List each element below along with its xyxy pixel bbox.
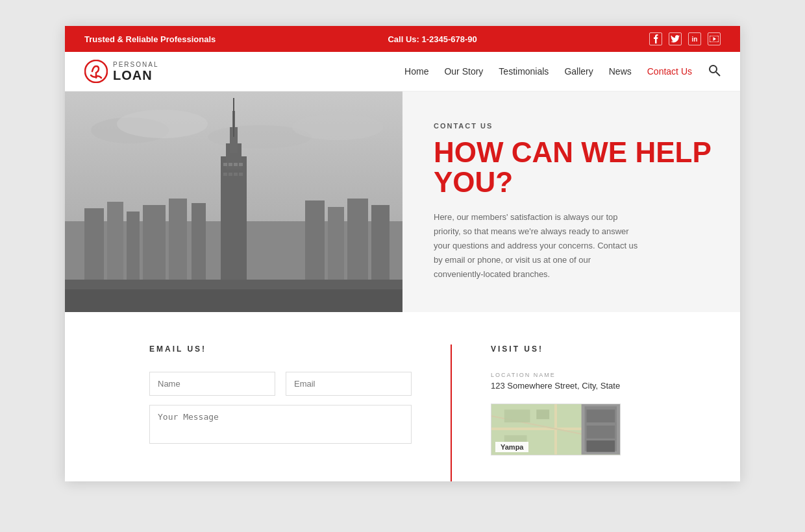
nav-bar: PERSONAL LOAN Home Our Story Testimonial… [65,52,740,91]
svg-point-3 [85,60,107,82]
location-address: 123 Somewhere Street, City, State [491,381,695,391]
hero-section: CONTACT US HOW CAN WE HELP YOU? Here, ou… [65,91,740,312]
svg-rect-28 [223,163,227,166]
svg-rect-20 [328,207,344,286]
nav-link-testimonials: Testimonials [499,66,549,77]
svg-point-5 [710,66,717,73]
svg-rect-31 [239,163,243,166]
visit-section: VISIT US! LOCATION NAME 123 Somewhere St… [452,345,721,481]
hero-content: CONTACT US HOW CAN WE HELP YOU? Here, ou… [402,91,740,312]
linkedin-icon[interactable]: in [688,32,701,45]
svg-point-9 [117,110,208,138]
svg-rect-29 [229,163,232,166]
logo-text: PERSONAL LOAN [113,61,158,82]
map-preview[interactable]: Yampa [491,404,621,455]
svg-line-6 [716,72,720,76]
nav-item-contactus[interactable]: Contact Us [647,66,692,77]
nav-link-ourstory: Our Story [444,66,483,77]
nav-item-home[interactable]: Home [404,66,428,77]
facebook-icon[interactable] [649,32,662,45]
contact-section: EMAIL US! VISIT US! LOCATION NAME 123 So… [65,312,740,481]
email-input[interactable] [286,372,412,396]
logo-personal: PERSONAL [113,61,158,68]
nav-links: Home Our Story Testimonials Gallery News… [404,66,692,77]
nav-link-gallery: Gallery [564,66,593,77]
youtube-icon[interactable] [708,32,721,45]
svg-rect-49 [587,441,615,452]
svg-rect-35 [239,173,243,176]
logo-loan: LOAN [113,68,158,82]
tagline: Trusted & Reliable Professionals [84,34,216,44]
svg-rect-48 [587,426,615,439]
svg-rect-13 [84,208,104,286]
visit-section-title: VISIT US! [491,345,695,354]
hero-description: Here, our members' satisfaction is alway… [434,210,641,282]
svg-point-11 [292,114,383,140]
browser-window: Trusted & Reliable Professionals Call Us… [65,26,740,481]
location-name-label: LOCATION NAME [491,372,695,378]
contact-us-label: CONTACT US [434,122,714,130]
form-row-name-email [149,372,412,396]
svg-rect-14 [107,202,123,286]
svg-rect-36 [65,286,402,312]
nav-item-news[interactable]: News [609,66,632,77]
hero-image [65,91,402,312]
svg-rect-43 [536,409,549,419]
svg-rect-21 [347,199,368,286]
svg-rect-32 [223,173,227,176]
logo-icon [84,60,108,83]
svg-rect-18 [192,203,206,286]
svg-rect-37 [65,280,402,289]
top-bar: Trusted & Reliable Professionals Call Us… [65,26,740,52]
hero-title: HOW CAN WE HELP YOU? [434,138,714,197]
svg-rect-42 [504,409,530,422]
svg-rect-17 [169,199,187,286]
svg-rect-30 [234,163,238,166]
logo[interactable]: PERSONAL LOAN [84,60,158,83]
name-input[interactable] [149,372,275,396]
svg-rect-33 [229,173,232,176]
message-textarea[interactable] [149,405,412,444]
svg-rect-15 [127,212,140,286]
phone-number: Call Us: 1-2345-678-90 [388,34,477,44]
twitter-icon[interactable] [669,32,682,45]
svg-rect-47 [587,409,615,422]
map-label: Yampa [495,442,528,452]
svg-rect-19 [305,200,325,286]
svg-marker-1 [713,37,716,41]
email-section-title: EMAIL US! [149,345,412,354]
nav-item-testimonials[interactable]: Testimonials [499,66,549,77]
search-icon[interactable] [708,64,721,80]
svg-rect-22 [371,205,390,286]
email-section: EMAIL US! [84,345,452,481]
svg-rect-34 [234,173,238,176]
social-icons: in [649,32,721,45]
svg-rect-16 [143,205,166,286]
nav-item-ourstory[interactable]: Our Story [444,66,483,77]
nav-link-contactus: Contact Us [647,66,692,77]
nav-item-gallery[interactable]: Gallery [564,66,593,77]
nav-link-news: News [609,66,632,77]
nav-link-home: Home [404,66,428,77]
